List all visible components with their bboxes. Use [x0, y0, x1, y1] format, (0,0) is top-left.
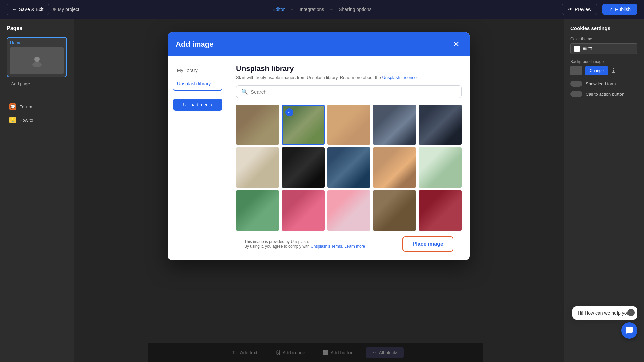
- selected-check-badge: ✓: [285, 108, 293, 116]
- nav-my-library[interactable]: My library: [173, 64, 222, 76]
- modal-body: My library Unsplash library Upload media…: [168, 56, 470, 260]
- howto-label: How to: [19, 118, 33, 123]
- nav-editor[interactable]: Editor: [272, 7, 285, 12]
- image-cell-11[interactable]: [236, 190, 279, 231]
- image-cell-6[interactable]: [236, 147, 279, 188]
- unsplash-desc: Start with freely usable images from Uns…: [236, 75, 462, 80]
- modal-overlay: Add image ✕ My library Unsplash library …: [74, 19, 564, 362]
- search-icon: 🔍: [241, 88, 248, 95]
- svg-point-0: [34, 57, 40, 62]
- page-card-label: Home: [10, 40, 64, 45]
- change-bg-button[interactable]: Change: [585, 66, 608, 75]
- image-cell-14[interactable]: [373, 190, 416, 231]
- page-thumb-icon: [30, 54, 44, 67]
- eye-icon: 👁: [568, 7, 573, 12]
- project-name: My project: [53, 7, 79, 12]
- image-cell-7[interactable]: [282, 147, 325, 188]
- chat-minimize-button[interactable]: −: [627, 309, 635, 316]
- image-cell-2[interactable]: ✓: [282, 105, 325, 145]
- chat-widget: Hi! How can we help you? −: [572, 306, 637, 339]
- modal-close-button[interactable]: ✕: [451, 39, 462, 50]
- unsplash-terms-link[interactable]: Unsplash's Terms.: [311, 244, 343, 249]
- topbar: ← Save & Exit My project Editor → Integr…: [0, 0, 644, 19]
- footer-note-line2: By using it, you agree to comply with Un…: [244, 244, 365, 249]
- pages-title: Pages: [7, 25, 67, 32]
- image-grid: ✓: [236, 105, 462, 231]
- nav-sharing[interactable]: Sharing options: [339, 7, 371, 12]
- status-dot: [53, 8, 56, 11]
- svg-point-1: [32, 62, 42, 67]
- page-card-thumb: [10, 47, 64, 74]
- cta-toggle[interactable]: [570, 91, 582, 97]
- bg-thumb: [570, 66, 582, 75]
- save-exit-button[interactable]: ← Save & Exit: [7, 4, 49, 15]
- bg-image-row: Change 🗑: [570, 66, 637, 75]
- image-cell-12[interactable]: [282, 190, 325, 231]
- image-cell-9[interactable]: [373, 147, 416, 188]
- image-cell-13[interactable]: [327, 190, 370, 231]
- check-icon: ✓: [609, 7, 613, 12]
- show-lead-form-toggle[interactable]: [570, 81, 582, 87]
- preview-button[interactable]: 👁 Preview: [562, 4, 597, 15]
- chat-icon: [625, 326, 633, 335]
- cookies-title: Cookies settings: [570, 25, 637, 31]
- bg-image-label: Background image: [570, 59, 637, 64]
- color-hex: #ffffff: [583, 46, 592, 51]
- delete-bg-icon[interactable]: 🗑: [611, 68, 616, 74]
- color-theme-label: Color theme: [570, 37, 637, 41]
- publish-button[interactable]: ✓ Publish: [602, 4, 637, 15]
- search-box: 🔍: [236, 85, 462, 98]
- publish-label: Publish: [615, 7, 631, 12]
- cta-row: Call to action button: [570, 91, 637, 97]
- modal-sidebar: My library Unsplash library Upload media: [168, 56, 228, 260]
- place-image-button[interactable]: Place image: [402, 236, 454, 252]
- plus-icon: +: [7, 81, 9, 86]
- arrow-icon-1: →: [290, 7, 294, 12]
- arrow-icon-2: →: [329, 7, 333, 12]
- project-name-label: My project: [58, 7, 79, 12]
- color-swatch: [574, 46, 580, 52]
- topbar-left: ← Save & Exit My project: [7, 4, 79, 15]
- search-input[interactable]: [251, 89, 457, 95]
- forum-icon: 💬: [9, 103, 16, 110]
- footer-note: This image is provided by Unsplash. By u…: [244, 239, 365, 249]
- image-cell-15[interactable]: [419, 190, 462, 231]
- left-sidebar: Pages Home + Add page 💬 Forum 💡 How to: [0, 19, 74, 362]
- main-layout: Pages Home + Add page 💬 Forum 💡 How to: [0, 19, 644, 362]
- image-cell-5[interactable]: [419, 105, 462, 145]
- preview-label: Preview: [575, 7, 591, 12]
- show-lead-form-label: Show lead form: [586, 81, 616, 86]
- upload-media-button[interactable]: Upload media: [173, 99, 222, 111]
- image-cell-3[interactable]: [327, 105, 370, 145]
- modal-footer: This image is provided by Unsplash. By u…: [236, 231, 462, 257]
- topbar-center: Editor → Integrations → Sharing options: [272, 7, 371, 12]
- add-page-label: Add page: [11, 81, 30, 86]
- editor-area: Add image ✕ My library Unsplash library …: [74, 19, 564, 362]
- home-page-card[interactable]: Home: [7, 37, 67, 77]
- forum-label: Forum: [19, 104, 32, 109]
- modal-content-area: Unsplash library Start with freely usabl…: [228, 56, 470, 260]
- modal-header: Add image ✕: [168, 32, 470, 56]
- cta-label: Call to action button: [586, 92, 624, 97]
- modal-title: Add image: [176, 40, 213, 49]
- show-lead-form-row: Show lead form: [570, 81, 637, 87]
- learn-more-link[interactable]: Learn more: [344, 244, 365, 249]
- unsplash-title: Unsplash library: [236, 64, 462, 73]
- back-arrow-icon: ←: [12, 7, 17, 12]
- add-image-modal: Add image ✕ My library Unsplash library …: [168, 32, 470, 260]
- chat-avatar[interactable]: [621, 322, 637, 339]
- nav-unsplash-library[interactable]: Unsplash library: [173, 78, 222, 90]
- footer-note-line1: This image is provided by Unsplash.: [244, 239, 365, 244]
- image-cell-1[interactable]: [236, 105, 279, 145]
- add-page-button[interactable]: + Add page: [7, 81, 67, 86]
- image-cell-10[interactable]: [419, 147, 462, 188]
- nav-forum[interactable]: 💬 Forum: [7, 100, 67, 113]
- topbar-right: 👁 Preview ✓ Publish: [562, 4, 637, 15]
- nav-integrations[interactable]: Integrations: [300, 7, 324, 12]
- nav-howto[interactable]: 💡 How to: [7, 113, 67, 127]
- save-exit-label: Save & Exit: [19, 7, 43, 12]
- image-cell-4[interactable]: [373, 105, 416, 145]
- color-value: #ffffff: [570, 43, 637, 54]
- image-cell-8[interactable]: [327, 147, 370, 188]
- unsplash-license-link[interactable]: Unsplash License: [382, 75, 417, 80]
